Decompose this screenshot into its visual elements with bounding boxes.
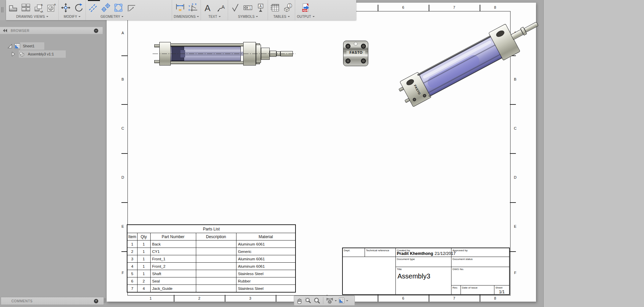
centerline-icon <box>88 3 98 13</box>
toolbar-menu-geometry[interactable]: GEOMETRY <box>101 15 124 18</box>
browser-header: BROWSER – <box>0 27 103 34</box>
bolt-hole <box>412 97 417 102</box>
drawing-title: Assembly3 <box>397 272 430 280</box>
feature-control-frame-button[interactable]: 1 <box>243 2 253 13</box>
cell-desc <box>196 285 236 293</box>
cell-material: Aluminum 6061 <box>236 263 296 270</box>
zone-tick <box>510 153 516 154</box>
drag-grip[interactable] <box>104 298 105 303</box>
cell-desc <box>196 240 236 248</box>
end-plate: FASTO <box>343 41 368 66</box>
table-button[interactable] <box>270 2 280 13</box>
end-view[interactable]: FASTO <box>343 41 368 66</box>
zone-tick <box>121 153 127 154</box>
cell-material: Stainless Steel <box>236 270 296 277</box>
projected-view-button[interactable]: A A <box>33 2 44 13</box>
cell-item: 2 <box>127 248 137 255</box>
bolt-hole <box>422 93 427 98</box>
drag-grip[interactable] <box>1 7 2 12</box>
bolt-hole <box>361 58 366 63</box>
base-view-button[interactable] <box>8 2 18 13</box>
display-settings-button[interactable] <box>325 297 337 305</box>
toolbar-menu-tables[interactable]: TABLES <box>273 15 290 18</box>
col-header: Item <box>127 233 137 240</box>
detail-view-icon: A <box>46 3 56 13</box>
sheet-settings-button[interactable] <box>338 297 349 305</box>
toolbar-menu-text[interactable]: TEXT <box>208 15 220 18</box>
toolbar-menu-symbols[interactable]: SYMBOLS <box>238 15 258 18</box>
center-mark-button[interactable] <box>100 2 111 13</box>
drag-grip[interactable] <box>3 7 3 12</box>
col-header: Description <box>196 233 236 240</box>
cell-part: Front_1 <box>150 255 196 263</box>
titleblock-cell-rev: Rev. <box>451 286 461 294</box>
rotate-button[interactable] <box>73 2 84 13</box>
center-mark-pattern-icon <box>113 3 123 13</box>
drawing-sheet: 1 2 3 4 5 6 7 8 1 2 3 4 5 6 7 8 A B C D … <box>107 3 536 302</box>
brand-label: FASTO <box>413 84 421 95</box>
zone-label: D <box>119 175 126 180</box>
edge-extension-button[interactable] <box>126 2 137 13</box>
output-pdf-button[interactable]: PDF <box>301 2 311 13</box>
toolbar-group-drawing-views: A A A DRAWING VIEWS <box>6 0 59 20</box>
zone-label: 2 <box>195 296 203 301</box>
center-mark-pattern-button[interactable] <box>113 2 124 13</box>
text-button[interactable]: A <box>203 2 213 13</box>
toolbar-group-modify: MODIFY <box>59 0 86 20</box>
created-by-name: Pradit Khemthong <box>397 251 433 256</box>
chevron-down-icon <box>46 16 48 18</box>
pdf-icon: PDF <box>301 3 311 13</box>
parts-list-table[interactable]: Parts List Item Qty Part Number Descript… <box>127 224 296 293</box>
toolbar-menu-output[interactable]: OUTPUT <box>297 15 314 18</box>
col-header: Part Number <box>150 233 196 240</box>
front-section-view[interactable] <box>152 38 296 70</box>
toolbar-menu-drawing-views[interactable]: DRAWING VIEWS <box>16 15 48 18</box>
zoom-button[interactable] <box>304 297 312 305</box>
toolbar-menu-modify[interactable]: MODIFY <box>64 15 80 18</box>
cell-qty: 4 <box>137 285 150 293</box>
titleblock-cell-dateofissue: Date of issue <box>461 286 494 294</box>
bolt-hole <box>345 44 351 49</box>
cell-item: 4 <box>127 263 137 270</box>
dimension-button[interactable] <box>175 2 185 13</box>
datum-identifier-button[interactable]: A <box>255 2 266 13</box>
toolbar-group-geometry: GEOMETRY <box>86 0 172 20</box>
browser-options-button[interactable]: – <box>94 29 98 33</box>
expanded-arrow-icon[interactable] <box>7 44 12 49</box>
table-row: 4 1 Front_2 Aluminum 6061 <box>127 263 296 270</box>
collapsed-arrow-icon[interactable] <box>11 52 15 56</box>
zoom-window-button[interactable] <box>313 297 321 305</box>
sidebar-item-assembly3[interactable]: Assembly3 v1:1 <box>11 50 54 58</box>
multiple-views-button[interactable] <box>20 2 31 13</box>
comments-bar[interactable]: COMMENTS + <box>1 297 104 305</box>
centerline-button[interactable] <box>88 2 98 13</box>
collapse-panel-icon[interactable] <box>3 29 7 33</box>
comments-title: COMMENTS <box>11 299 33 303</box>
zone-tick <box>429 5 429 11</box>
cell-item: 6 <box>127 277 137 285</box>
svg-text:A: A <box>260 4 262 8</box>
chevron-down-icon <box>335 300 337 302</box>
drag-grip[interactable] <box>105 298 106 303</box>
isometric-view[interactable]: FASTO <box>401 29 522 107</box>
zone-label: F <box>512 270 519 275</box>
surface-texture-button[interactable] <box>230 2 240 13</box>
add-comment-button[interactable]: + <box>94 299 98 303</box>
display-settings-icon <box>326 297 333 304</box>
leader-text-icon: A <box>216 3 226 13</box>
sidebar-item-sheet1[interactable]: Sheet1 <box>7 42 35 50</box>
title-block[interactable]: Dept. Technical reference Created by Pra… <box>342 248 510 295</box>
toolbar-menu-dimensions[interactable]: DIMENSIONS <box>174 15 199 18</box>
zone-label: 6 <box>399 5 407 10</box>
leader-text-button[interactable]: A <box>215 2 226 13</box>
ordinate-dimension-button[interactable]: 0 X Y 0 <box>187 2 198 13</box>
detail-view-button[interactable]: A <box>46 2 57 13</box>
pan-button[interactable] <box>296 297 304 305</box>
main-toolbar: A A A DRAWING VIEWS <box>6 0 356 20</box>
zone-tick <box>225 295 225 302</box>
svg-text:0: 0 <box>189 9 190 11</box>
svg-text:A: A <box>54 3 56 6</box>
cell-part: Jack_Guide <box>150 285 196 293</box>
move-button[interactable] <box>60 2 71 13</box>
balloon-button[interactable]: 1 <box>282 2 293 13</box>
